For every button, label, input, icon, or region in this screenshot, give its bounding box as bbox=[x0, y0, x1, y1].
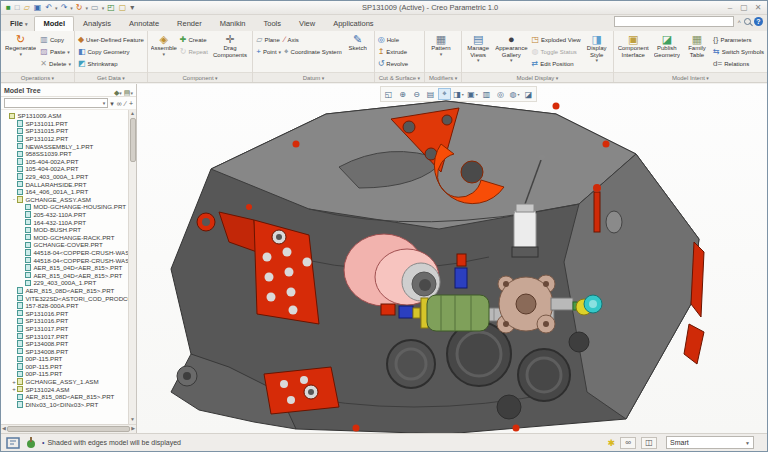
ribbon-group-label[interactable]: Modifiers bbox=[425, 72, 461, 82]
sketch-button[interactable]: ✎Sketch bbox=[345, 33, 371, 52]
pattern-button[interactable]: ▦Pattern▾ bbox=[428, 33, 454, 57]
drag-components-button[interactable]: ✛Drag Components bbox=[211, 33, 249, 58]
tree-item[interactable]: 44518-04<COPPER-CRUSH-WASHERS bbox=[3, 249, 128, 257]
hole-button[interactable]: ◎Hole bbox=[378, 34, 408, 45]
search-dropdown-icon[interactable]: ▾ bbox=[110, 99, 114, 108]
tree-item[interactable]: DALLARAHSIDE.PRT bbox=[3, 180, 128, 188]
tree-item[interactable]: MOD-GCHANGE-RACK.PRT bbox=[3, 234, 128, 242]
tree-item[interactable]: DINx03_10<DINx03>.PRT bbox=[3, 401, 128, 409]
axis-button[interactable]: ∕Axis bbox=[284, 34, 342, 45]
open-session-icon[interactable]: ◰ bbox=[106, 3, 116, 13]
tree-item[interactable]: SP131011.PRT bbox=[3, 120, 128, 128]
close-window-icon[interactable]: ▢ bbox=[118, 3, 128, 13]
tree-item[interactable]: 958SS1039.PRT bbox=[3, 150, 128, 158]
appearance-brush-icon[interactable] bbox=[25, 437, 37, 449]
tree-item[interactable]: -GCHANGE_ASSY.ASM bbox=[3, 196, 128, 204]
tab-applications[interactable]: Applications bbox=[324, 16, 382, 31]
tree-item[interactable]: SP131012.PRT bbox=[3, 135, 128, 143]
shrinkwrap-button[interactable]: ◩Shrinkwrap bbox=[78, 58, 144, 69]
tree-item[interactable]: MOD-BUSH.PRT bbox=[3, 226, 128, 234]
relations-button[interactable]: d=Relations bbox=[713, 58, 764, 69]
tree-item[interactable]: SP131017.PRT bbox=[3, 332, 128, 340]
file-menu-button[interactable]: File▾ bbox=[3, 16, 34, 31]
tree-item[interactable]: AER_815_04D<AER_815>.PRT bbox=[3, 271, 128, 279]
creo-app-icon[interactable]: ■ bbox=[5, 3, 12, 13]
copy-button[interactable]: ▥Copy bbox=[40, 34, 71, 45]
toggle-status-button[interactable]: ◍Toggle Status bbox=[532, 46, 581, 57]
tree-item[interactable]: 157-828-000A.PRT bbox=[3, 302, 128, 310]
tree-item[interactable]: SP134008.PRT bbox=[3, 347, 128, 355]
tree-item[interactable]: 00P-115.PRT bbox=[3, 370, 128, 378]
tab-analysis[interactable]: Analysis bbox=[74, 16, 120, 31]
tree-item[interactable]: 164_406_001A_1.PRT bbox=[3, 188, 128, 196]
open-file-icon[interactable]: ▱ bbox=[23, 3, 31, 13]
tree-item[interactable]: 164-432-110A.PRT bbox=[3, 218, 128, 226]
create-button[interactable]: ✚Create bbox=[180, 34, 208, 45]
ribbon-group-label[interactable]: Get Data bbox=[75, 72, 147, 82]
find-binoculars-icon[interactable]: ∞ bbox=[117, 99, 122, 108]
regenerate-qa-icon[interactable]: ↻ bbox=[75, 3, 84, 13]
tree-item[interactable]: NEWASSEMBLY_1.PRT bbox=[3, 142, 128, 150]
command-search-input[interactable] bbox=[614, 16, 734, 27]
tree-search-combo[interactable]: ▾ bbox=[4, 98, 108, 108]
undo-icon[interactable]: ↶ bbox=[44, 3, 53, 13]
tree-item[interactable]: SP131017.PRT bbox=[3, 325, 128, 333]
tree-item[interactable]: MOD-GCHANGE-HOUSING.PRT bbox=[3, 203, 128, 211]
tree-item[interactable]: +SP131024.ASM bbox=[3, 385, 128, 393]
manage-views-button[interactable]: ▤Manage Views▾ bbox=[465, 33, 491, 63]
scroll-right-icon[interactable]: ▶ bbox=[131, 425, 135, 433]
ribbon-group-label[interactable]: Operations bbox=[1, 72, 74, 82]
plane-button[interactable]: ▱Plane bbox=[256, 34, 281, 45]
appearance-gallery-button[interactable]: ●Appearance Gallery▾ bbox=[494, 33, 528, 63]
delete-button[interactable]: ✕Delete▾ bbox=[40, 58, 71, 69]
redo-icon[interactable]: ↷ bbox=[60, 3, 69, 13]
help-icon[interactable]: ? bbox=[754, 17, 763, 26]
tab-render[interactable]: Render bbox=[168, 16, 211, 31]
tree-add-icon[interactable]: + bbox=[129, 99, 133, 108]
search-icon[interactable] bbox=[744, 18, 751, 25]
tree-item[interactable]: +GCHANGE_ASSY_1.ASM bbox=[3, 378, 128, 386]
scrollbar-thumb[interactable] bbox=[7, 426, 130, 432]
coordinate-system-button[interactable]: ⌖Coordinate System bbox=[284, 46, 342, 57]
tree-item[interactable]: 44518-04<COPPER-CRUSH-WASHERS bbox=[3, 256, 128, 264]
screen-capture-button[interactable]: ◫ bbox=[641, 437, 657, 449]
user-defined-feature-button[interactable]: ◆User-Defined Feature bbox=[78, 34, 144, 45]
tree-item[interactable]: 105-404-002A.PRT bbox=[3, 165, 128, 173]
tab-view[interactable]: View bbox=[290, 16, 324, 31]
tab-tools[interactable]: Tools bbox=[255, 16, 291, 31]
tree-item[interactable]: 00P-115.PRT bbox=[3, 363, 128, 371]
revolve-button[interactable]: ↺Revolve bbox=[378, 58, 408, 69]
display-style-button[interactable]: ◨Display Style▾ bbox=[584, 33, 610, 63]
switch-symbols-button[interactable]: ⇆Switch Symbols bbox=[713, 46, 764, 57]
assemble-button[interactable]: ◈Assemble▾ bbox=[151, 33, 177, 57]
tree-item[interactable]: 229_403_000A_1.PRT bbox=[3, 173, 128, 181]
ribbon-group-label[interactable]: Datum bbox=[253, 72, 373, 82]
window-manager-icon[interactable]: ▭ bbox=[90, 3, 100, 13]
edit-position-button[interactable]: ⇄Edit Position bbox=[532, 58, 581, 69]
save-icon[interactable]: ▣ bbox=[33, 3, 43, 13]
family-table-button[interactable]: ▦Family Table bbox=[684, 33, 710, 58]
tree-item[interactable]: AER_815_08D<AER_815>.PRT bbox=[3, 393, 128, 401]
paste-button[interactable]: ▨Paste▾ bbox=[40, 46, 71, 57]
tree-item[interactable]: SP131009.ASM bbox=[3, 112, 128, 120]
ribbon-group-label[interactable]: Model Display bbox=[462, 72, 613, 82]
close-button[interactable]: ✕ bbox=[753, 4, 763, 12]
tree-item[interactable]: AER_815_08D<AER_815>.PRT bbox=[3, 287, 128, 295]
extrude-button[interactable]: ↥Extrude bbox=[378, 46, 408, 57]
tree-horizontal-scrollbar[interactable]: ◀ ▶ bbox=[1, 424, 136, 433]
tree-item[interactable]: AER_815_04D<AER_815>.PRT bbox=[3, 264, 128, 272]
gearbox-3d-model[interactable] bbox=[159, 92, 768, 440]
regenerate-button[interactable]: ↻Regenerate▾ bbox=[4, 33, 37, 57]
tree-item[interactable]: SP131016.PRT bbox=[3, 309, 128, 317]
tab-annotate[interactable]: Annotate bbox=[120, 16, 168, 31]
publish-geometry-button[interactable]: ◪Publish Geometry bbox=[653, 33, 681, 58]
copy-geometry-button[interactable]: ◧Copy Geometry bbox=[78, 46, 144, 57]
maximize-button[interactable]: ▢ bbox=[739, 4, 749, 12]
tree-item[interactable]: SP131016.PRT bbox=[3, 317, 128, 325]
selection-filter-dropdown[interactable]: Smart ▼ bbox=[666, 436, 754, 449]
scroll-left-icon[interactable]: ◀ bbox=[2, 425, 6, 433]
scrollbar-thumb[interactable] bbox=[130, 118, 136, 162]
graphics-viewport[interactable]: ◱⊕⊖▤⌖◨▾▣▾▥◎◍▾◪ bbox=[137, 84, 767, 433]
tab-model[interactable]: Model bbox=[34, 16, 74, 31]
tree-filter-icon[interactable]: ∕ bbox=[125, 99, 126, 108]
